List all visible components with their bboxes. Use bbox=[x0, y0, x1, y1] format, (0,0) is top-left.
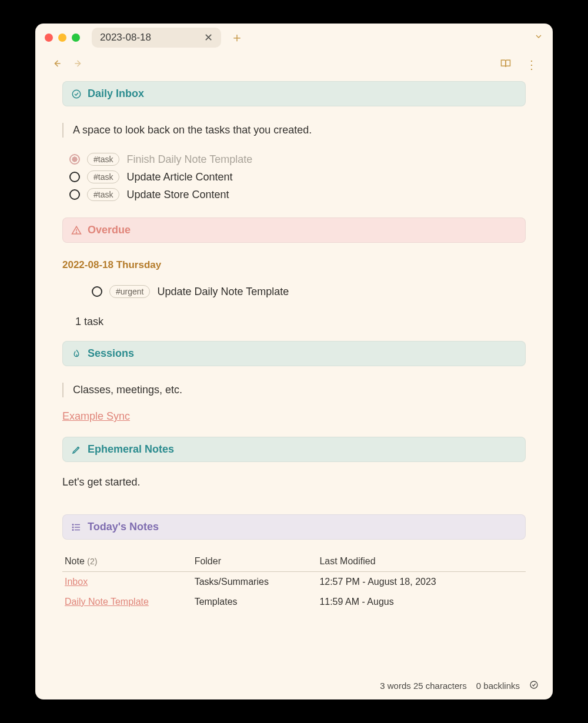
svg-point-11 bbox=[530, 681, 537, 688]
task-tag[interactable]: #task bbox=[87, 188, 119, 201]
task-text: Update Store Content bbox=[126, 189, 229, 201]
task-item[interactable]: #urgent Update Daily Note Template bbox=[92, 283, 526, 300]
inbox-quote: A space to look back on the tasks that y… bbox=[62, 123, 526, 138]
checkbox-icon[interactable] bbox=[92, 286, 102, 297]
new-tab-button[interactable]: ＋ bbox=[230, 29, 243, 46]
checkbox-icon[interactable] bbox=[69, 172, 80, 182]
app-window: 2023-08-18 ✕ ＋ ⋮ Daily Inbox A space to … bbox=[35, 24, 553, 699]
svg-point-4 bbox=[76, 232, 76, 233]
reading-mode-icon[interactable] bbox=[500, 58, 512, 72]
svg-point-10 bbox=[72, 529, 74, 530]
callout-title: Ephemeral Notes bbox=[88, 443, 174, 456]
overdue-date-heading: 2022-08-18 Thursday bbox=[62, 259, 526, 271]
task-tag[interactable]: #urgent bbox=[109, 285, 150, 298]
maximize-window-button[interactable] bbox=[72, 34, 80, 42]
modified-cell: 12:57 PM - August 18, 2023 bbox=[317, 572, 526, 593]
tab-title: 2023-08-18 bbox=[100, 32, 151, 43]
status-bar: 3 words 25 characters 0 backlinks bbox=[376, 678, 542, 694]
sync-status-icon[interactable] bbox=[529, 680, 539, 691]
task-text: Update Daily Note Template bbox=[157, 286, 289, 298]
close-tab-icon[interactable]: ✕ bbox=[204, 31, 213, 44]
ephemeral-text: Let's get started. bbox=[62, 476, 526, 488]
callout-sessions[interactable]: Sessions bbox=[62, 341, 526, 366]
task-tag[interactable]: #task bbox=[87, 170, 119, 183]
callout-daily-inbox[interactable]: Daily Inbox bbox=[62, 81, 526, 106]
callout-title: Today's Notes bbox=[88, 521, 159, 533]
callout-title: Sessions bbox=[88, 347, 134, 360]
toolbar: ⋮ bbox=[35, 52, 553, 78]
callout-todays-notes[interactable]: Today's Notes bbox=[62, 514, 526, 540]
more-menu-icon[interactable]: ⋮ bbox=[526, 58, 537, 72]
modified-cell: 11:59 AM - Augus bbox=[317, 592, 526, 612]
folder-cell: Tasks/Summaries bbox=[192, 572, 318, 593]
col-modified[interactable]: Last Modified bbox=[317, 551, 526, 572]
tab-active[interactable]: 2023-08-18 ✕ bbox=[92, 28, 221, 48]
chevron-down-icon[interactable] bbox=[534, 32, 543, 43]
table-row[interactable]: Inbox Tasks/Summaries 12:57 PM - August … bbox=[62, 572, 526, 593]
task-text: Update Article Content bbox=[126, 171, 232, 183]
svg-point-2 bbox=[72, 90, 81, 98]
task-item[interactable]: #task Update Store Content bbox=[69, 186, 526, 203]
inbox-task-list: #task Finish Daily Note Template #task U… bbox=[62, 150, 526, 203]
flame-icon bbox=[71, 349, 82, 359]
list-icon bbox=[71, 522, 82, 533]
titlebar: 2023-08-18 ✕ ＋ bbox=[35, 24, 553, 52]
callout-title: Overdue bbox=[88, 224, 131, 236]
task-item[interactable]: #task Update Article Content bbox=[69, 168, 526, 186]
task-item[interactable]: #task Finish Daily Note Template bbox=[69, 150, 526, 168]
col-folder[interactable]: Folder bbox=[192, 551, 318, 572]
warning-icon bbox=[71, 225, 82, 236]
minimize-window-button[interactable] bbox=[58, 34, 66, 42]
overdue-task-list: #urgent Update Daily Note Template bbox=[62, 283, 526, 300]
todays-notes-table: Note (2) Folder Last Modified Inbox Task… bbox=[62, 551, 526, 612]
table-row[interactable]: Daily Note Template Templates 11:59 AM -… bbox=[62, 592, 526, 612]
overdue-summary: 1 task bbox=[75, 316, 526, 328]
window-controls bbox=[45, 34, 80, 42]
col-note[interactable]: Note (2) bbox=[62, 551, 192, 572]
callout-ephemeral[interactable]: Ephemeral Notes bbox=[62, 437, 526, 462]
forward-button[interactable] bbox=[73, 58, 85, 72]
note-link[interactable]: Inbox bbox=[65, 577, 88, 587]
note-body: Daily Inbox A space to look back on the … bbox=[35, 78, 553, 699]
example-sync-link[interactable]: Example Sync bbox=[62, 410, 130, 422]
back-button[interactable] bbox=[51, 58, 62, 72]
close-window-button[interactable] bbox=[45, 34, 53, 42]
word-count[interactable]: 3 words 25 characters bbox=[380, 681, 467, 691]
task-tag[interactable]: #task bbox=[87, 153, 119, 166]
task-text: Finish Daily Note Template bbox=[126, 153, 252, 166]
callout-title: Daily Inbox bbox=[88, 88, 144, 100]
svg-point-9 bbox=[72, 527, 74, 528]
sessions-quote: Classes, meetings, etc. bbox=[62, 383, 526, 397]
pencil-icon bbox=[71, 444, 82, 455]
checkbox-icon[interactable] bbox=[69, 154, 80, 165]
folder-cell: Templates bbox=[192, 592, 318, 612]
callout-overdue[interactable]: Overdue bbox=[62, 217, 526, 243]
backlinks-count[interactable]: 0 backlinks bbox=[476, 681, 520, 691]
check-circle-icon bbox=[71, 89, 82, 99]
svg-point-8 bbox=[72, 524, 74, 525]
note-link[interactable]: Daily Note Template bbox=[65, 597, 149, 607]
checkbox-icon[interactable] bbox=[69, 189, 80, 200]
